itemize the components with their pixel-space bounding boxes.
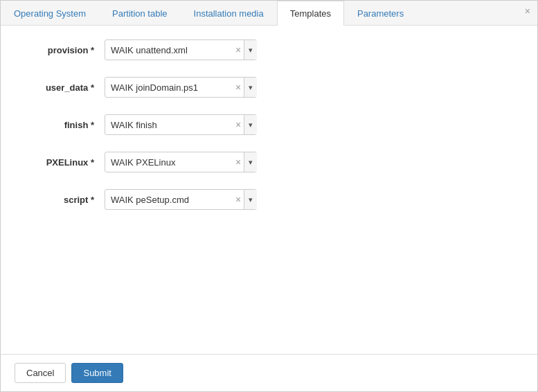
form-row-pxelinux: PXELinux *×▾ [21,152,517,172]
form-row-finish: finish *×▾ [21,114,517,135]
label-script: script * [21,195,105,205]
label-pxelinux: PXELinux * [21,157,105,168]
tab-parameters[interactable]: Parameters [344,1,417,26]
tabs-bar: Operating SystemPartition tableInstallat… [1,1,537,26]
dropdown-script-icon[interactable]: ▾ [244,190,257,209]
form-row-user_data: user_data *×▾ [21,77,517,98]
input-group-finish: ×▾ [105,114,257,135]
dropdown-pxelinux-icon[interactable]: ▾ [244,152,257,172]
input-group-pxelinux: ×▾ [105,152,257,172]
label-provision: provision * [21,45,105,55]
clear-script-icon[interactable]: × [233,195,244,204]
clear-finish-icon[interactable]: × [233,120,244,130]
cancel-button[interactable]: Cancel [15,363,66,383]
close-button[interactable]: × [525,6,530,16]
footer: Cancel Submit [1,354,537,391]
input-provision[interactable] [105,42,233,58]
tab-partition-table[interactable]: Partition table [99,1,181,26]
tab-content: provision *×▾user_data *×▾finish *×▾PXEL… [1,26,537,354]
input-user_data[interactable] [105,80,233,96]
form-row-script: script *×▾ [21,189,517,210]
dropdown-user_data-icon[interactable]: ▾ [244,78,257,97]
clear-pxelinux-icon[interactable]: × [233,157,244,167]
label-finish: finish * [21,120,105,130]
dropdown-provision-icon[interactable]: ▾ [244,40,257,60]
input-group-provision: ×▾ [105,39,257,60]
form-row-provision: provision *×▾ [21,39,517,60]
clear-user_data-icon[interactable]: × [233,82,244,92]
dropdown-finish-icon[interactable]: ▾ [244,115,257,134]
tab-operating-system[interactable]: Operating System [1,1,99,26]
input-pxelinux[interactable] [105,154,233,170]
tab-installation-media[interactable]: Installation media [181,1,277,26]
input-finish[interactable] [105,117,233,133]
input-script[interactable] [105,192,233,208]
clear-provision-icon[interactable]: × [233,45,244,55]
input-group-script: ×▾ [105,189,257,210]
input-group-user_data: ×▾ [105,77,257,98]
dialog: × Operating SystemPartition tableInstall… [0,0,538,392]
label-user_data: user_data * [21,82,105,93]
submit-button[interactable]: Submit [71,363,123,383]
tab-templates[interactable]: Templates [277,1,344,26]
